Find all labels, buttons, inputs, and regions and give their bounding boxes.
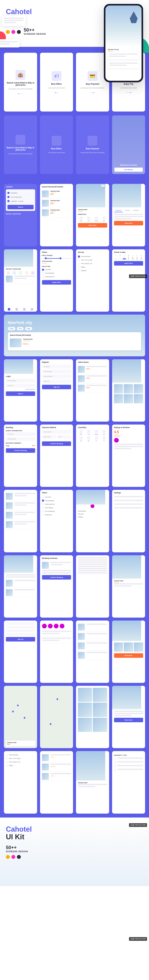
sort-option[interactable]: Recommended [78, 255, 107, 258]
welcome-screen: Welcome to Cahotel Get Started [112, 115, 145, 174]
screen-profile: My Bookings Favorites Settings [76, 490, 109, 552]
screen-generic: Book Now [112, 686, 145, 748]
screen-sort: Sort by Recommended Price: Low to High P… [76, 249, 109, 312]
feature-city-title: NewYork city [8, 320, 141, 325]
hotel-list-item[interactable]: Charlote Hotel★★★★★$120 [42, 208, 71, 218]
nav-search-icon[interactable] [16, 308, 18, 310]
password-input[interactable]: Password [6, 384, 35, 388]
room-item[interactable]: $120 [78, 365, 107, 374]
price-slider[interactable] [42, 258, 71, 259]
onboard-purple-3: Easy Payment Lorem ipsum dolor sit amet … [76, 115, 109, 174]
guests-input[interactable]: 1 guest(s), 1 room(s) [8, 199, 34, 203]
screen-generic: ★★★★☆★★★★★★★★☆☆ [40, 751, 73, 813]
screen-gallery [112, 359, 145, 422]
screen-generic: Charlote Hotel [76, 751, 109, 813]
offers-icon: 🏷 [51, 71, 61, 81]
watermark: 云瑞 YRUCD.COM [129, 274, 147, 278]
screen-generic [76, 555, 109, 617]
forgot-password-link[interactable]: Forgot Password? [6, 389, 35, 390]
password-input[interactable]: Password [42, 379, 71, 383]
pin-icon [8, 192, 10, 194]
screen-booking: Booking Guest Information Full Name Emai… [4, 425, 37, 487]
destination-input[interactable]: Destination [8, 191, 34, 195]
reviewer-avatar [114, 438, 119, 442]
email-input[interactable]: Email address [42, 370, 71, 373]
map-pill[interactable]: Map [25, 327, 32, 330]
book-now-button[interactable]: Book Now [114, 221, 143, 225]
checkin-input[interactable]: Thur 28 Aug 2018 [8, 195, 34, 199]
hotel-list-item[interactable]: Charlote Hotel★★★★★$120 [42, 189, 71, 199]
onboard-icon [16, 135, 25, 145]
menu-item[interactable]: My Bookings [78, 510, 107, 512]
xd-icon [11, 855, 15, 859]
filter-pill[interactable]: Filter [8, 327, 15, 330]
amenity-item: WiFi [78, 216, 84, 221]
phone-rating: ★★★★★ [108, 51, 139, 52]
screen-filters-2: Filters Free WiFi Free Breakfast Swimmin… [40, 490, 73, 552]
welcome-text: Welcome to Cahotel [114, 164, 143, 166]
screen-recent-searches: Recent Searches [4, 249, 37, 312]
phone-input[interactable]: Phone Number [42, 375, 71, 378]
email-input[interactable]: Email address [6, 379, 35, 383]
sketch-icon [6, 30, 10, 34]
pay-button[interactable]: Confirm Booking [42, 441, 71, 446]
screen-generic: RecommendedPrice: Low to HighPrice: High… [4, 751, 37, 813]
footer-count-label: SCREENS DESIGN [6, 850, 28, 853]
name-input[interactable]: Full Name [42, 365, 71, 369]
map-pin-icon[interactable] [17, 704, 19, 706]
signup-button[interactable]: Sign Up [42, 385, 71, 389]
feature-banner: NewYork city Filter Sort Map Search Resu… [4, 315, 145, 356]
screen-generic: Booking SummaryConfirm Booking [40, 555, 73, 617]
phone-mockup: Narcotes NY city ★★★★★ [104, 4, 143, 82]
screens-section: Cahotel Destination Thur 28 Aug 2018 1 g… [0, 180, 149, 817]
screen-generic: Charlote Hotel★★★★★ [112, 555, 145, 617]
screen-generic: Book Now [112, 620, 145, 683]
tab-rooms[interactable]: Rooms [124, 209, 131, 212]
nav-bookings-icon[interactable] [23, 308, 26, 310]
payment-icon: 💳 [88, 71, 98, 81]
screen-filters: Filters Price Range Star Rating ★★★★★ Fa… [40, 249, 73, 312]
cvv-input[interactable]: CVV [57, 435, 71, 439]
confirm-booking-button[interactable]: Confirm Booking [6, 448, 35, 453]
screen-hotel-detail: 4.5 Charlote Hotel ★★★★★ Amenities WiFi … [76, 184, 109, 246]
float-card-2 [0, 39, 20, 48]
filter-checkbox[interactable]: Free WiFi [42, 268, 71, 272]
screen-room-select: Select Room $120 $120 $120 [76, 359, 109, 422]
expiry-input[interactable]: Expiry Date [42, 435, 56, 439]
sort-pill[interactable]: Sort [17, 327, 24, 330]
tab-overview[interactable]: Overview [114, 209, 123, 212]
hero-section: Cahotel UI Kit 50++ SCREENS DESIGN Nar [0, 0, 149, 47]
screen-settings: Settings [112, 490, 145, 552]
tab-reviews[interactable]: Reviews [132, 209, 140, 212]
screen-map: Charlote Hotel $120 [4, 686, 37, 748]
footer-title: Cahotel UI Kit [6, 826, 143, 841]
card-number-input[interactable]: Card Number [42, 430, 71, 434]
apply-date-button[interactable]: Apply Filter [114, 261, 143, 266]
apply-filter-button[interactable]: Apply Filter [42, 280, 71, 285]
signin-button[interactable]: Sign In [6, 391, 35, 396]
screen-search-results: Search Result (53 hotels) Charlote Hotel… [40, 184, 73, 246]
screen-payment: Payment Method Card Number Expiry Date C… [40, 425, 73, 487]
bottom-nav [4, 307, 37, 312]
watermark: 云瑞 YRUCD.COM [129, 823, 147, 827]
screen-amenities: Amenities WiFi Pool Parking Gym Spa Bar … [76, 425, 109, 487]
person-icon [8, 200, 10, 202]
search-button[interactable]: Search [8, 205, 34, 209]
screen-reviews: Ratings & Reviews 4.5 ★★★★★ 234 Reviews [112, 425, 145, 487]
onboard-purple-1: Search a best Hotel to Stay in good pric… [4, 115, 37, 174]
gallery-thumb[interactable] [114, 384, 123, 393]
screen-login: Login Email address Password Forgot Pass… [4, 359, 37, 422]
nav-profile-icon[interactable] [31, 308, 33, 310]
search-hotel-icon: 🏨 [16, 70, 25, 80]
sketch-icon [6, 855, 10, 859]
nav-home-icon[interactable] [8, 308, 10, 310]
book-now-button[interactable]: Book Now [78, 223, 107, 228]
map-card[interactable]: Charlote Hotel $120 [6, 741, 35, 746]
hotel-list-item[interactable]: Charlote Hotel★★★★☆$120 [42, 199, 71, 208]
detail-tabs: Overview Rooms Reviews [114, 209, 143, 212]
screen-generic: Sign Up [4, 620, 37, 683]
figma-icon [17, 30, 21, 34]
get-started-button[interactable]: Get Started [114, 167, 143, 172]
brand-logo: Cahotel [6, 186, 35, 188]
screen-generic [76, 686, 109, 748]
